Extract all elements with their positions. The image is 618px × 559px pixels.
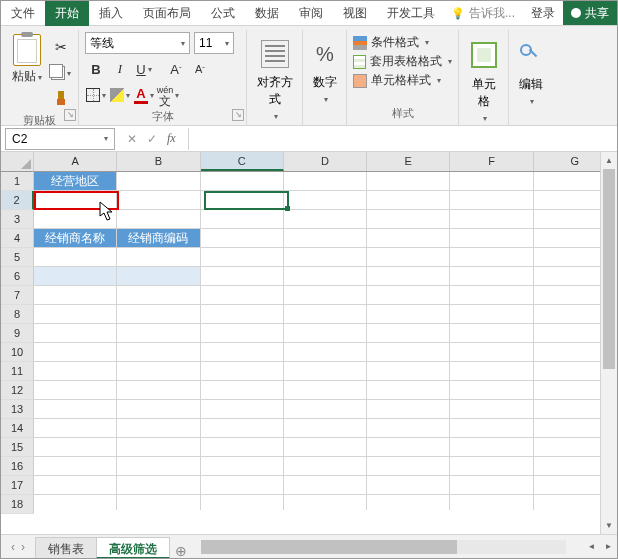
sheet-tab-advanced-filter[interactable]: 高级筛选 — [96, 537, 170, 559]
cell-styles-button[interactable]: 单元格样式▾ — [353, 72, 452, 89]
phonetic-button[interactable]: wén文▾ — [157, 84, 179, 106]
conditional-formatting-button[interactable]: 条件格式▾ — [353, 34, 452, 51]
decrease-font-button[interactable]: Aˇ — [189, 58, 211, 80]
col-header-c[interactable]: C — [201, 152, 284, 171]
increase-font-button[interactable]: Aˆ — [165, 58, 187, 80]
col-header-a[interactable]: A — [34, 152, 117, 171]
tab-developer[interactable]: 开发工具 — [377, 1, 445, 26]
alignment-button[interactable]: 对齐方式▾ — [255, 34, 294, 122]
cell-a1[interactable]: 经营地区 — [34, 172, 117, 191]
row-header-15[interactable]: 15 — [1, 438, 34, 457]
scroll-down-button[interactable]: ▼ — [601, 517, 617, 534]
cell-a2[interactable] — [34, 191, 117, 210]
share-button[interactable]: 共享 — [563, 1, 617, 25]
row-header-17[interactable]: 17 — [1, 476, 34, 495]
col-header-d[interactable]: D — [284, 152, 367, 171]
cell-b2[interactable] — [117, 191, 200, 210]
login-link[interactable]: 登录 — [523, 1, 563, 25]
tab-page-layout[interactable]: 页面布局 — [133, 1, 201, 26]
cut-button[interactable]: ✂ — [50, 36, 72, 58]
new-sheet-button[interactable]: ⊕ — [169, 543, 193, 559]
row-header-3[interactable]: 3 — [1, 210, 34, 229]
row-header-11[interactable]: 11 — [1, 362, 34, 381]
format-painter-button[interactable] — [50, 88, 72, 110]
cells-grid[interactable]: 经营地区 经销商名称经销商编码 — [34, 172, 617, 510]
row-header-8[interactable]: 8 — [1, 305, 34, 324]
ribbon: 粘贴▾ ✂ ▾ 剪贴板 ↘ 等线▾ 11▾ B I U▾ Aˆ Aˇ — [1, 26, 617, 126]
sheet-nav-prev[interactable]: ‹ — [11, 540, 15, 554]
scroll-left-button[interactable]: ◄ — [583, 542, 600, 551]
group-cells: 单元格▾ — [459, 30, 509, 125]
group-clipboard-label: 剪贴板 — [7, 110, 72, 132]
cell-b4[interactable]: 经销商编码 — [117, 229, 200, 248]
select-all-corner[interactable] — [1, 152, 34, 172]
row-header-6[interactable]: 6 — [1, 267, 34, 286]
row-header-10[interactable]: 10 — [1, 343, 34, 362]
cancel-formula-button[interactable]: ✕ — [127, 132, 137, 146]
row-header-9[interactable]: 9 — [1, 324, 34, 343]
row-header-4[interactable]: 4 — [1, 229, 34, 248]
cell-a6[interactable] — [34, 267, 117, 286]
underline-button[interactable]: U▾ — [133, 58, 155, 80]
row-header-1[interactable]: 1 — [1, 172, 34, 191]
insert-function-button[interactable]: fx — [167, 131, 176, 146]
row-header-18[interactable]: 18 — [1, 495, 34, 514]
cell-c1[interactable] — [201, 172, 284, 191]
tab-insert[interactable]: 插入 — [89, 1, 133, 26]
tab-review[interactable]: 审阅 — [289, 1, 333, 26]
font-name-select[interactable]: 等线▾ — [85, 32, 190, 54]
row-header-16[interactable]: 16 — [1, 457, 34, 476]
cell-c2[interactable] — [201, 191, 284, 210]
font-size-select[interactable]: 11▾ — [194, 32, 234, 54]
copy-button[interactable]: ▾ — [50, 62, 72, 84]
row-header-12[interactable]: 12 — [1, 381, 34, 400]
cell-a4[interactable]: 经销商名称 — [34, 229, 117, 248]
borders-button[interactable]: ▾ — [85, 84, 107, 106]
scroll-right-button[interactable]: ► — [600, 542, 617, 551]
share-icon — [571, 8, 581, 18]
row-header-14[interactable]: 14 — [1, 419, 34, 438]
italic-button[interactable]: I — [109, 58, 131, 80]
clipboard-dialog-launcher[interactable]: ↘ — [64, 109, 76, 121]
col-header-e[interactable]: E — [367, 152, 450, 171]
tab-view[interactable]: 视图 — [333, 1, 377, 26]
row-header-7[interactable]: 7 — [1, 286, 34, 305]
copy-icon — [51, 66, 65, 80]
fill-color-button[interactable]: ▾ — [109, 84, 131, 106]
cell-a5[interactable] — [34, 248, 117, 267]
sheet-tab-sales[interactable]: 销售表 — [35, 537, 97, 559]
cell-b5[interactable] — [117, 248, 200, 267]
cells-button[interactable]: 单元格▾ — [467, 34, 500, 124]
cell-b1[interactable] — [117, 172, 200, 191]
editing-button[interactable]: 编辑▾ — [517, 34, 545, 107]
tab-data[interactable]: 数据 — [245, 1, 289, 26]
cell-b6[interactable] — [117, 267, 200, 286]
chevron-down-icon: ▾ — [126, 91, 130, 100]
tab-file[interactable]: 文件 — [1, 1, 45, 26]
row-header-13[interactable]: 13 — [1, 400, 34, 419]
bold-button[interactable]: B — [85, 58, 107, 80]
horizontal-scroll-thumb[interactable] — [201, 540, 457, 554]
chevron-down-icon: ▾ — [483, 114, 487, 123]
font-color-button[interactable]: A▾ — [133, 84, 155, 106]
sheet-nav-next[interactable]: › — [21, 540, 25, 554]
formula-bar[interactable] — [188, 128, 617, 150]
accept-formula-button[interactable]: ✓ — [147, 132, 157, 146]
number-format-button[interactable]: % 数字▾ — [311, 34, 338, 105]
group-font-label: 字体 — [85, 106, 240, 128]
format-as-table-button[interactable]: 套用表格格式▾ — [353, 53, 452, 70]
horizontal-scrollbar[interactable] — [201, 540, 566, 554]
col-header-b[interactable]: B — [117, 152, 200, 171]
scroll-up-button[interactable]: ▲ — [601, 152, 617, 169]
cell-a3[interactable] — [34, 210, 117, 229]
row-header-2[interactable]: 2 — [1, 191, 34, 210]
row-header-5[interactable]: 5 — [1, 248, 34, 267]
col-header-f[interactable]: F — [450, 152, 533, 171]
tab-home[interactable]: 开始 — [45, 1, 89, 26]
vertical-scrollbar[interactable]: ▲ ▼ — [600, 152, 617, 534]
vertical-scroll-thumb[interactable] — [603, 169, 615, 369]
font-dialog-launcher[interactable]: ↘ — [232, 109, 244, 121]
tell-me-search[interactable]: 💡告诉我... — [445, 1, 523, 25]
tab-formulas[interactable]: 公式 — [201, 1, 245, 26]
paste-button[interactable]: 粘贴▾ — [7, 32, 46, 85]
